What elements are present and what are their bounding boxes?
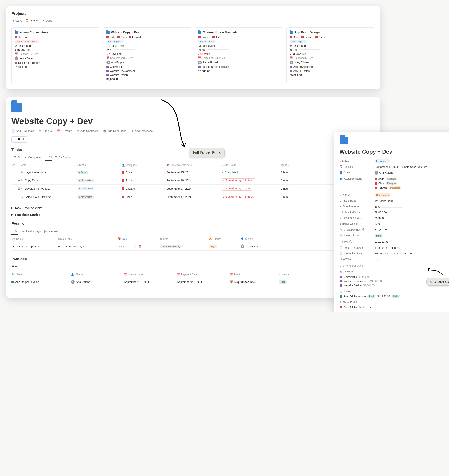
events-tab-next7[interactable]: →] Next 7 days [22,228,40,235]
invoices-title: Invoices [11,257,375,261]
invoice-icon [340,295,342,298]
project-card[interactable]: Custom Notion Template HashimJade ● In P… [195,27,283,84]
tab-undone[interactable]: ⌛Undone [25,18,39,24]
prop-ratio[interactable]: ⊙ Tasks Ratio1/4 Tasks Done [340,198,448,204]
prop-assignees[interactable]: 👥 Assignees pageJadeAssistantChrisDesign… [340,176,448,192]
folder-icon [340,137,348,144]
event-row[interactable]: Final Layout approval Present the final … [11,242,375,251]
tab-all[interactable]: ☰ All [45,154,51,161]
projects-tabs: ◎Active ⌛Undone ✔Done [11,18,375,24]
prop-labour[interactable]: # Total Labour C...$586.67 [340,215,448,221]
events-count[interactable]: 📅 1 Events [57,129,72,132]
prop-expenses[interactable]: Σ Expenses sum$0.00 [340,221,448,227]
checkbox[interactable] [375,258,378,261]
side-title: Website Copy + Dev [340,149,448,155]
assignee-item[interactable]: EdwardDeveloper [375,186,448,189]
prop-time[interactable]: 🕐 Total Time Spent11 hours 50 minutes [340,245,448,251]
arrow-icon [426,265,445,278]
hourglass-icon: ⌛ [25,19,29,22]
prop-status[interactable]: ⁎ StatusIn Progress [340,158,448,164]
events-title: Events [11,222,375,226]
add-expenses[interactable]: ⊕ Add Expenses [131,129,152,132]
project-card[interactable]: App Dev + Design DaveEdwardChris ● In Pr… [286,27,375,84]
check-icon: ✔ [42,19,45,22]
prop-progress[interactable]: ✔ Task Progress25% [340,204,448,209]
toggle-timesheet[interactable]: Timesheet Entries [11,211,375,218]
event-tabs: ☰ All →] Next 7 days [→ Passed [11,228,375,235]
prop-payment[interactable]: 🔍 Client Payment ⓘ$10,800.00 [340,227,448,233]
invoice-headers: Aa Name 👤 Clients 📅 Invoice Issue 📅 Paym… [11,271,375,278]
side-portal[interactable]: Ana Ralphs Client Portal [340,305,448,309]
prop-archive[interactable]: ☐ Archive [340,256,448,263]
side-invoice[interactable]: Ana Ralphs Invoice Paid $10,800.00 Paid [340,294,448,299]
add-resources[interactable]: 📚 Add Resources [103,129,126,132]
folder-icon [11,103,22,112]
events-tab-passed[interactable]: [→ Passed [44,228,58,235]
prop-timeline[interactable]: 📅 TimelineSeptember 1, 2024 → September … [340,164,448,170]
tasks-body: ☰✎ Layout Wireframe ● Done Chris Septemb… [11,168,375,201]
avatar: A [71,280,75,284]
toggle-timeline[interactable]: Task Timeline View [11,205,375,211]
add-proposals[interactable]: 📄 Add Proposals [11,129,34,132]
add-contracts[interactable]: ✎ Add Contracts [77,129,98,132]
tab-todo[interactable]: ○ To Do [11,154,22,161]
tasks-count[interactable]: ✎ 4 Tasks [39,129,52,132]
task-row[interactable]: ☰✎ Copy Draft ● Not started Jade Septemb… [11,176,375,185]
project-card[interactable]: Notion Consultation Hashim ● Won - Onboa… [11,27,100,84]
task-row[interactable]: ☰✎ Develop the Website ● In progress Edw… [11,185,375,193]
arrow-icon [231,312,286,312]
events-tab-all[interactable]: ☰ All [11,228,18,235]
event-headers: Aa Name ≡ Main Topic 📅 Date ⊙ Type 🔥 Pri… [11,236,375,242]
invoice-icon [11,281,14,283]
prop-invstatus[interactable]: 🔍 Invoice StatusPaid [340,233,448,239]
caret-icon [11,207,13,209]
tab-completed[interactable]: ✔ Completed [25,154,42,161]
caret-icon [11,214,13,216]
back-button[interactable]: ← Back [11,136,27,143]
callout-labor: Auto Labor Costs [426,278,449,286]
prop-priority[interactable]: ⁎ PriorityHigh Priority [340,192,448,198]
projects-panel: Projects ◎Active ⌛Undone ✔Done Notion Co… [6,6,380,89]
portal-icon [340,306,342,308]
task-row[interactable]: ☰✎ Layout Wireframe ● Done Chris Septemb… [11,168,375,176]
arrow-icon [157,98,195,157]
task-headers: Aa Name ⁎ Status 👤 Assignee 📅 Timeline /… [11,162,375,168]
portal-label: ⊕ Client Portal [340,301,448,304]
invoice-tab-all[interactable]: ☰ All [11,264,18,270]
project-card[interactable]: Website Copy + Dev JadeChrisEdward ● In … [103,27,191,84]
prop-estval[interactable]: Σ Estimated Value$9,000.00 [340,209,448,215]
avatar: A [241,245,244,248]
tab-active[interactable]: ◎Active [11,18,22,24]
invoice-row[interactable]: Ana Ralphs Invoice AAna Ralphs September… [11,278,375,286]
prop-edited[interactable]: 🕐 Last edited timeSeptember 28, 2024 10:… [340,251,448,256]
calendar-icon: 📅 [230,280,233,284]
tab-done[interactable]: ✔Done [42,18,52,24]
invoice-tabs: ☰ All [11,264,375,270]
assignee-item[interactable]: JadeAssistant [375,177,448,181]
projects-title: Projects [11,11,375,16]
avatar: A [375,171,378,175]
target-icon: ◎ [11,19,14,22]
prop-client[interactable]: 👤 ClientA Ana Ralphs [340,170,448,176]
callout-full-pages: Full Project Pages [189,148,225,157]
project-cards: Notion Consultation Hashim ● Won - Onboa… [11,27,375,84]
tab-bystatus[interactable]: ☰ By Status [55,154,70,161]
invoices-label: 📄 Invoices [340,290,448,293]
task-row[interactable]: ☰✎ Select Colour Palette ● Not started C… [11,193,375,201]
assignee-item[interactable]: ChrisDesigner [375,182,448,185]
prop-profit[interactable]: Σ Profit ⓘ$10,213.33 [340,239,448,245]
